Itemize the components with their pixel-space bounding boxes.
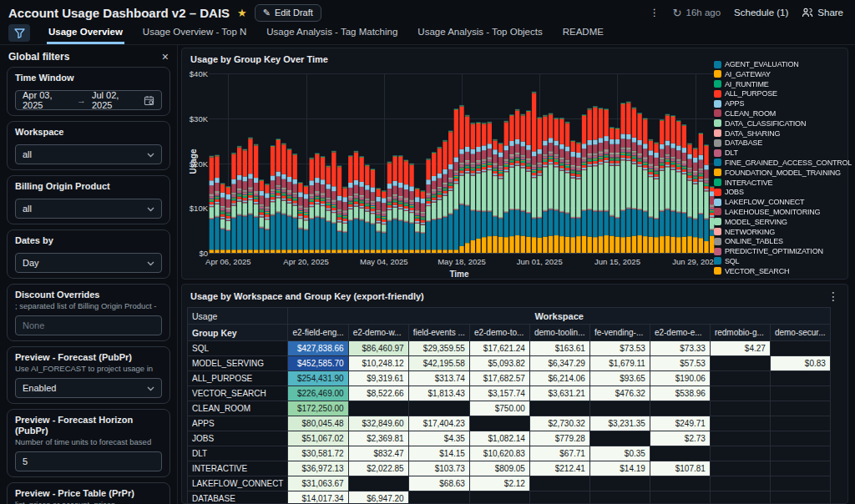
filter-label: Preview - Forecast Horizon (PubPr) <box>15 415 162 436</box>
share-button[interactable]: Share <box>802 8 843 18</box>
legend-item-data-classification[interactable]: DATA_CLASSIFICATION <box>714 119 841 128</box>
usage-by-workspace-table: UsageWorkspaceGroup Keye2-field-eng...e2… <box>187 307 831 504</box>
legend-item-predictive-optimization[interactable]: PREDICTIVE_OPTIMIZATION <box>714 247 841 255</box>
table-row-jobs: JOBS$51,067.02$2,369.81$4.35$1,082.14$77… <box>188 431 831 446</box>
workspace-control[interactable]: all <box>15 144 162 164</box>
legend-item-sql[interactable]: SQL <box>714 257 841 265</box>
y-tick-label: $30K <box>180 114 208 123</box>
legend-item-model-serving[interactable]: MODEL_SERVING <box>714 218 841 226</box>
legend-item-apps[interactable]: APPS <box>714 99 841 108</box>
filter-card-discount-overrides: Discount Overrides; separated list of Bi… <box>7 284 170 341</box>
empty-cell <box>770 386 830 401</box>
preview-forecast-horizon-pubpr-control[interactable]: 5 <box>15 451 162 471</box>
empty-cell <box>589 401 650 416</box>
legend-item-jobs[interactable]: JOBS <box>714 188 841 196</box>
close-icon[interactable]: × <box>162 51 169 63</box>
discount-overrides-control[interactable]: None <box>15 315 162 335</box>
filter-description: list_prices or account_prices <box>15 500 162 504</box>
column-header-demo-secur[interactable]: demo-secur... <box>770 325 830 341</box>
time-window-control[interactable]: Apr 03, 2025→Jul 02, 2025 <box>15 90 162 110</box>
empty-cell <box>408 401 469 416</box>
legend-item-foundation-model-training[interactable]: FOUNDATION_MODEL_TRAINING <box>714 169 841 177</box>
share-label: Share <box>817 8 843 18</box>
column-header-e2-demo-e[interactable]: e2-demo-e... <box>650 325 710 341</box>
filter-card-dates-by: Dates byDay <box>7 229 170 279</box>
legend-item-lakeflow-connect[interactable]: LAKEFLOW_CONNECT <box>714 198 841 206</box>
legend-item-interactive[interactable]: INTERACTIVE <box>714 179 841 187</box>
tab-usage-overview-top-n[interactable]: Usage Overview - Top N <box>141 23 248 44</box>
value-cell: $17,621.24 <box>469 341 529 356</box>
value-cell: $4.35 <box>408 431 469 446</box>
column-header-redmobio-g[interactable]: redmobio-g... <box>710 325 770 341</box>
column-header-e2-demo-w[interactable]: e2-demo-w... <box>348 325 408 341</box>
empty-cell <box>770 416 830 431</box>
legend-item-database[interactable]: DATABASE <box>714 139 841 147</box>
legend-label: PREDICTIVE_OPTIMIZATION <box>725 247 823 255</box>
x-tick-label: May 04, 2025 <box>351 257 417 266</box>
date-end[interactable]: Jul 02, 2025 <box>92 90 138 110</box>
legend-item-ai-gateway[interactable]: AI_GATEWAY <box>714 70 841 78</box>
value-cell: $249.71 <box>650 416 710 431</box>
stacked-bar-chart[interactable] <box>209 73 715 254</box>
tab-readme[interactable]: README <box>561 23 605 44</box>
value-cell: $2.73 <box>650 431 710 446</box>
text-value: 5 <box>23 456 28 466</box>
legend-item-clean-room[interactable]: CLEAN_ROOM <box>714 109 841 118</box>
legend-item-data-sharing[interactable]: DATA_SHARING <box>714 129 841 138</box>
value-cell: $254,431.90 <box>288 371 348 386</box>
value-cell: $73.53 <box>589 341 650 356</box>
table-kebab-icon[interactable]: ⋮ <box>827 290 839 302</box>
schedule-button[interactable]: Schedule (1) <box>734 8 788 18</box>
legend-label: SQL <box>725 257 739 265</box>
calendar-icon[interactable] <box>144 95 154 106</box>
legend-item-lakehouse-monitoring[interactable]: LAKEHOUSE_MONITORING <box>714 208 841 216</box>
value-cell: $809.05 <box>469 461 529 476</box>
overflow-menu-icon[interactable]: ⋮ <box>650 7 660 18</box>
legend-swatch <box>714 189 721 196</box>
row-label: LAKEFLOW_CONNECT <box>188 476 288 491</box>
tab-usage-analysis-tag-matching[interactable]: Usage Analysis - Tag Matching <box>265 23 399 44</box>
tab-usage-analysis-top-objects[interactable]: Usage Analysis - Top Objects <box>416 23 544 44</box>
legend-item-networking[interactable]: NETWORKING <box>714 228 841 236</box>
workspace-group-header: Workspace <box>288 308 830 325</box>
column-header-field-events[interactable]: field-events ... <box>408 325 469 341</box>
legend-item-vector-search[interactable]: VECTOR_SEARCH <box>714 267 841 275</box>
column-header-fe-vending[interactable]: fe-vending-... <box>589 325 650 341</box>
legend-item-ai-runtime[interactable]: AI_RUNTIME <box>714 80 841 88</box>
selected-value: Day <box>23 258 39 268</box>
value-cell: $1,813.43 <box>408 386 469 401</box>
dates-by-control[interactable]: Day <box>15 253 162 273</box>
date-start[interactable]: Apr 03, 2025 <box>23 90 71 110</box>
value-cell: $2,730.32 <box>529 416 589 431</box>
legend-item-dlt[interactable]: DLT <box>714 149 841 157</box>
legend-item-fine-grained-access-control[interactable]: FINE_GRAINED_ACCESS_CONTROL <box>714 159 841 167</box>
empty-cell <box>770 431 830 446</box>
table-row-dlt: DLT$30,581.72$832.47$14.15$10,620.83$67.… <box>188 446 831 461</box>
favorite-star-icon[interactable]: ★ <box>237 8 247 18</box>
edit-draft-button[interactable]: ✎ Edit Draft <box>255 4 321 22</box>
legend-item-all-purpose[interactable]: ALL_PURPOSE <box>714 89 841 98</box>
preview-forecast-pubpr-control[interactable]: Enabled <box>15 378 162 398</box>
empty-cell <box>650 446 710 461</box>
y-tick-label: $10K <box>180 204 208 213</box>
filter-toggle-button[interactable] <box>8 24 30 42</box>
legend-label: AI_RUNTIME <box>725 80 769 88</box>
refresh-status[interactable]: ↻ 16h ago <box>673 7 721 19</box>
value-cell: $452,585.70 <box>288 356 348 371</box>
empty-cell <box>408 491 469 504</box>
tab-usage-overview[interactable]: Usage Overview <box>47 23 124 44</box>
legend-label: JOBS <box>725 188 744 196</box>
value-cell: $3,157.74 <box>469 386 529 401</box>
legend-item-agent-evaluation[interactable]: AGENT_EVALUATION <box>714 60 841 68</box>
column-header-demo-toolin[interactable]: demo-toolin... <box>529 325 589 341</box>
value-cell: $86,460.97 <box>348 341 408 356</box>
column-header-e2-demo-to[interactable]: e2-demo-to... <box>469 325 529 341</box>
billing-origin-product-control[interactable]: all <box>15 199 162 219</box>
value-cell: $313.74 <box>408 371 469 386</box>
table-row-model-serving: MODEL_SERVING$452,585.70$10,248.12$42,19… <box>188 356 831 371</box>
legend-label: MODEL_SERVING <box>725 218 787 226</box>
text-value: None <box>23 320 44 330</box>
legend-swatch <box>714 238 721 245</box>
legend-item-online-tables[interactable]: ONLINE_TABLES <box>714 237 841 245</box>
column-header-e2-field-eng[interactable]: e2-field-eng... <box>288 325 348 341</box>
